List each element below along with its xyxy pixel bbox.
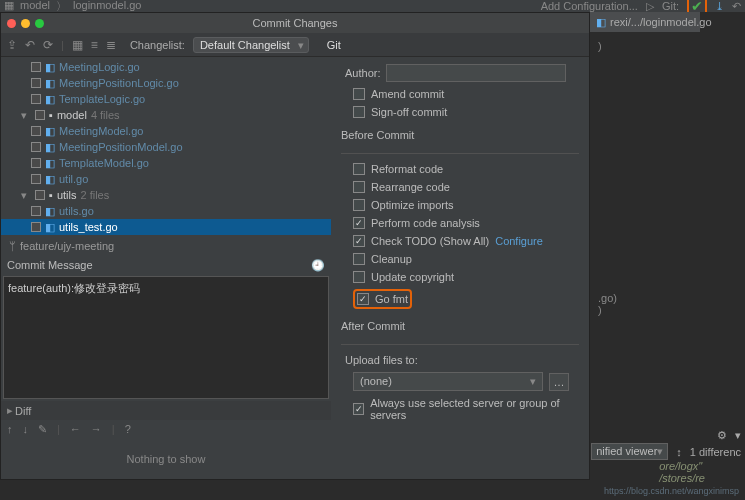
upload-server-select[interactable]: (none)▾ (353, 372, 543, 391)
history-icon[interactable]: ↶ (732, 0, 741, 13)
file-item[interactable]: MeetingPositionModel.go (59, 141, 183, 153)
changelist-label: Changelist: (130, 39, 185, 51)
commit-dialog: Commit Changes ⇪ ↶ ⟳ | ▦ ≡ ≣ Changelist:… (0, 12, 590, 480)
analysis-checkbox[interactable] (353, 217, 365, 229)
group-icon[interactable]: ▦ (72, 38, 83, 52)
file-item[interactable]: utils.go (59, 205, 94, 217)
changes-pane: ◧MeetingLogic.go ◧MeetingPositionLogic.g… (1, 57, 331, 479)
rearrange-checkbox[interactable] (353, 181, 365, 193)
commit-action-icon[interactable]: ⇪ (7, 38, 17, 52)
copyright-label: Update copyright (371, 271, 454, 283)
history-icon[interactable]: 🕘 (311, 259, 325, 272)
undo-icon[interactable]: ↶ (25, 38, 35, 52)
expand-icon[interactable]: ≡ (91, 38, 98, 52)
add-config[interactable]: Add Configuration... (541, 0, 638, 12)
always-server-label: Always use selected server or group of s… (370, 397, 579, 421)
git-label: Git: (662, 0, 679, 12)
reformat-label: Reformat code (371, 163, 443, 175)
editor-tab[interactable]: ◧ rexi/.../loginmodel.go (590, 12, 700, 32)
folder-utils[interactable]: utils (57, 189, 77, 201)
run-icon[interactable]: ▷ (646, 0, 654, 13)
diff-count: 1 differenc (690, 446, 741, 458)
changelist-select[interactable]: Default Changelist (193, 37, 309, 53)
always-server-checkbox[interactable] (353, 403, 364, 415)
file-item[interactable]: MeetingPositionLogic.go (59, 77, 179, 89)
next-diff-icon[interactable]: ↓ (23, 423, 29, 436)
diff-empty: Nothing to show (1, 439, 331, 479)
gofmt-label: Go fmt (375, 293, 408, 305)
options-pane: Author: Amend commit Sign-off commit Bef… (331, 57, 589, 479)
analysis-label: Perform code analysis (371, 217, 480, 229)
code-import: ore/logx"/stores/re (659, 460, 705, 484)
amend-checkbox[interactable] (353, 88, 365, 100)
copyright-checkbox[interactable] (353, 271, 365, 283)
file-tree[interactable]: ◧MeetingLogic.go ◧MeetingPositionLogic.g… (1, 57, 331, 237)
todo-checkbox[interactable] (353, 235, 365, 247)
before-commit-section: Before Commit (341, 129, 579, 141)
file-item[interactable]: MeetingLogic.go (59, 61, 140, 73)
folder-icon: ▪ (49, 189, 53, 201)
branch-indicator[interactable]: ᛘfeature/ujy-meeting (1, 237, 331, 255)
diff-section-label[interactable]: Diff (15, 405, 31, 417)
reformat-checkbox[interactable] (353, 163, 365, 175)
edit-icon[interactable]: ✎ (38, 423, 47, 436)
help-icon[interactable]: ? (125, 423, 131, 436)
optimize-checkbox[interactable] (353, 199, 365, 211)
code-line: ) (598, 304, 737, 316)
folder-icon: ▪ (49, 109, 53, 121)
server-browse-button[interactable]: … (549, 373, 569, 391)
author-label: Author: (345, 67, 380, 79)
file-item[interactable]: TemplateLogic.go (59, 93, 145, 105)
file-item-selected[interactable]: utils_test.go (59, 221, 118, 233)
cleanup-checkbox[interactable] (353, 253, 365, 265)
file-item[interactable]: MeetingModel.go (59, 125, 143, 137)
cleanup-label: Cleanup (371, 253, 412, 265)
next-file-icon[interactable]: → (91, 423, 102, 436)
dialog-toolbar: ⇪ ↶ ⟳ | ▦ ≡ ≣ Changelist: Default Change… (1, 33, 589, 57)
update-icon[interactable]: ⤓ (715, 0, 724, 13)
dialog-title: Commit Changes (253, 17, 338, 29)
gofmt-highlight: Go fmt (353, 289, 412, 309)
file-item[interactable]: TemplateModel.go (59, 157, 149, 169)
go-file-icon: ◧ (596, 16, 606, 29)
upload-label: Upload files to: (345, 353, 579, 367)
branch-icon: ᛘ (9, 240, 16, 252)
optimize-label: Optimize imports (371, 199, 454, 211)
author-input[interactable] (386, 64, 566, 82)
code-line: ) (598, 40, 737, 52)
refresh-icon[interactable]: ⟳ (43, 38, 53, 52)
collapse-icon[interactable]: ≣ (106, 38, 116, 52)
maximize-icon[interactable] (35, 19, 44, 28)
editor-tab-label: rexi/.../loginmodel.go (610, 16, 712, 28)
signoff-checkbox[interactable] (353, 106, 365, 118)
signoff-label: Sign-off commit (371, 106, 447, 118)
viewer-select[interactable]: nified viewer▾ (591, 443, 668, 460)
gofmt-checkbox[interactable] (357, 293, 369, 305)
prev-file-icon[interactable]: ← (70, 423, 81, 436)
rearrange-label: Rearrange code (371, 181, 450, 193)
diff-toolbar: ↑ ↓ ✎ | ← → | ? (1, 420, 331, 439)
commit-message-label: Commit Message (7, 259, 93, 272)
git-tab[interactable]: Git (327, 39, 341, 51)
code-line: .go) (598, 292, 737, 304)
background-editor: ◧ rexi/.../loginmodel.go ) .go) ) ⚙▾ nif… (590, 12, 745, 500)
amend-label: Amend commit (371, 88, 444, 100)
file-item[interactable]: util.go (59, 173, 88, 185)
dialog-titlebar: Commit Changes (1, 13, 589, 33)
close-icon[interactable] (7, 19, 16, 28)
watermark: https://blog.csdn.net/wangxinimsp (604, 486, 739, 496)
after-commit-section: After Commit (341, 320, 579, 332)
gear-icon[interactable]: ⚙ (717, 429, 727, 442)
prev-diff-icon[interactable]: ↑ (7, 423, 13, 436)
configure-link[interactable]: Configure (495, 235, 543, 247)
app-topbar: ▦ model 〉 loginmodel.go Add Configuratio… (0, 0, 745, 12)
todo-label: Check TODO (Show All) (371, 235, 489, 247)
folder-model[interactable]: model (57, 109, 87, 121)
commit-message-input[interactable] (3, 276, 329, 399)
minimize-icon[interactable] (21, 19, 30, 28)
